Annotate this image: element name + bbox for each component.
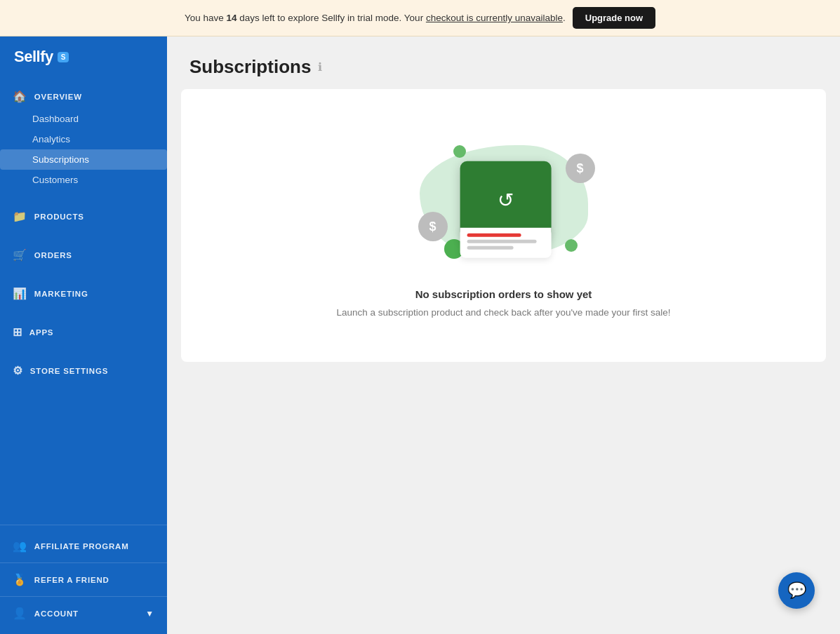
- apps-icon: ⊞: [13, 325, 22, 339]
- sidebar-section-store-settings: ⚙ STORE SETTINGS: [0, 351, 167, 390]
- sidebar: Sellfy S 🏠 OVERVIEW Dashboard Analytics …: [0, 36, 167, 634]
- receipt-line-gray2: [467, 246, 513, 250]
- affiliate-icon: 👥: [13, 539, 27, 553]
- orders-icon: 🛒: [13, 248, 27, 262]
- sidebar-item-affiliate[interactable]: 👥 AFFILIATE PROGRAM: [0, 532, 167, 560]
- sidebar-item-overview[interactable]: 🏠 OVERVIEW: [0, 84, 167, 109]
- chat-button[interactable]: 💬: [778, 572, 815, 609]
- sidebar-item-products[interactable]: 📁 PRODUCTS: [0, 204, 167, 229]
- content-area: Subscriptions ℹ $ $ ↺: [167, 36, 840, 634]
- sidebar-section-label-marketing: MARKETING: [34, 290, 88, 298]
- sidebar-section-label-store-settings: STORE SETTINGS: [30, 367, 108, 375]
- account-label: ACCOUNT: [34, 609, 79, 618]
- sidebar-section-label-overview: OVERVIEW: [34, 93, 82, 101]
- dot-bottom-right: [565, 239, 578, 252]
- sidebar-item-store-settings[interactable]: ⚙ STORE SETTINGS: [0, 358, 167, 383]
- upgrade-button[interactable]: Upgrade now: [573, 7, 655, 29]
- refresh-icon: ↺: [498, 188, 514, 211]
- main-layout: Sellfy S 🏠 OVERVIEW Dashboard Analytics …: [0, 36, 840, 634]
- sidebar-item-analytics[interactable]: Analytics: [0, 129, 167, 149]
- sidebar-item-account[interactable]: 👤 ACCOUNT ▼: [0, 600, 167, 627]
- sidebar-bottom: 👥 AFFILIATE PROGRAM 🏅 REFER A FRIEND 👤 A…: [0, 525, 167, 634]
- sidebar-item-subscriptions[interactable]: Subscriptions: [0, 149, 167, 170]
- folder-icon: 📁: [13, 210, 27, 223]
- receipt-line-gray1: [467, 240, 536, 243]
- sidebar-item-customers[interactable]: Customers: [0, 170, 167, 190]
- coin-left: $: [418, 212, 448, 241]
- marketing-icon: 📊: [13, 287, 27, 300]
- receipt-line-red: [467, 234, 521, 237]
- checkout-link[interactable]: checkout is currently unavailable: [426, 13, 563, 23]
- sidebar-section-label-apps: APPS: [29, 328, 54, 337]
- banner-text: You have 14 days left to explore Sellfy …: [185, 13, 566, 23]
- sidebar-item-marketing[interactable]: 📊 MARKETING: [0, 281, 167, 306]
- coin-right: $: [566, 154, 595, 183]
- trial-banner: You have 14 days left to explore Sellfy …: [0, 0, 840, 36]
- chevron-down-icon: ▼: [145, 609, 154, 619]
- refer-icon: 🏅: [13, 573, 27, 586]
- chat-icon: 💬: [787, 581, 806, 600]
- account-icon: 👤: [13, 607, 27, 620]
- affiliate-label: AFFILIATE PROGRAM: [34, 542, 129, 551]
- page-header: Subscriptions ℹ: [167, 36, 840, 89]
- settings-icon: ⚙: [13, 364, 23, 377]
- sidebar-section-orders: 🛒 ORDERS: [0, 236, 167, 274]
- sidebar-item-dashboard[interactable]: Dashboard: [0, 109, 167, 129]
- sidebar-section-marketing: 📊 MARKETING: [0, 274, 167, 313]
- sidebar-section-products: 📁 PRODUCTS: [0, 197, 167, 236]
- page-title: Subscriptions: [189, 56, 311, 78]
- receipt-card: ↺: [460, 161, 551, 238]
- sidebar-divider-2: [0, 596, 167, 597]
- refer-label: REFER A FRIEND: [34, 576, 109, 584]
- sidebar-section-label-products: PRODUCTS: [34, 213, 84, 221]
- sidebar-section-apps: ⊞ APPS: [0, 313, 167, 351]
- sidebar-item-apps[interactable]: ⊞ APPS: [0, 320, 167, 344]
- sidebar-section-overview: 🏠 OVERVIEW Dashboard Analytics Subscript…: [0, 77, 167, 197]
- trial-days: 14: [226, 13, 236, 23]
- logo-area: Sellfy S: [0, 36, 167, 77]
- logo-badge: S: [58, 52, 69, 62]
- sidebar-item-refer[interactable]: 🏅 REFER A FRIEND: [0, 566, 167, 593]
- empty-state-title: No subscription orders to show yet: [415, 288, 592, 300]
- subscriptions-empty-card: $ $ ↺ No subscription orders to show yet…: [181, 89, 826, 362]
- home-icon: 🏠: [13, 90, 27, 103]
- empty-illustration: $ $ ↺: [392, 131, 616, 271]
- receipt-lines: [460, 228, 551, 258]
- empty-state-subtitle: Launch a subscription product and check …: [336, 306, 670, 320]
- sidebar-divider: [0, 562, 167, 563]
- sidebar-item-orders[interactable]: 🛒 ORDERS: [0, 243, 167, 267]
- info-icon[interactable]: ℹ: [318, 60, 322, 74]
- dot-top-left: [453, 145, 466, 158]
- sidebar-section-label-orders: ORDERS: [34, 251, 72, 259]
- logo-text: Sellfy: [14, 48, 53, 66]
